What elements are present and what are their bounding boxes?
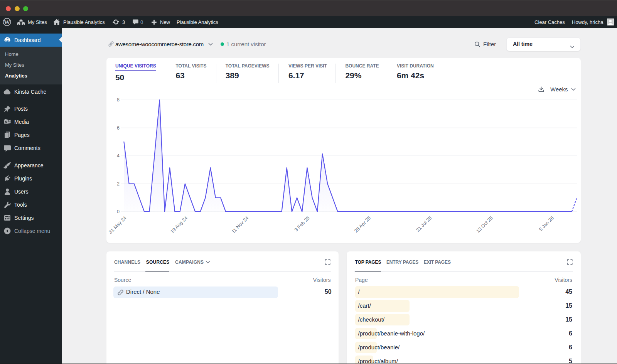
svg-text:2: 2 [117,181,120,187]
svg-text:21 Jul 25: 21 Jul 25 [415,215,433,233]
svg-text:8: 8 [117,97,120,103]
svg-text:19 Aug 24: 19 Aug 24 [169,215,189,234]
svg-text:5 Jan 26: 5 Jan 26 [538,215,555,232]
svg-text:28 Apr 25: 28 Apr 25 [353,215,372,234]
svg-text:6: 6 [117,125,120,131]
svg-text:31 May 24: 31 May 24 [108,215,127,235]
svg-text:11 Nov 24: 11 Nov 24 [231,215,250,234]
svg-text:W: W [4,19,10,26]
svg-text:13 Oct 25: 13 Oct 25 [475,215,494,234]
svg-text:0: 0 [117,209,120,214]
svg-text:4: 4 [117,153,120,158]
svg-text:3 Feb 25: 3 Feb 25 [293,215,311,233]
